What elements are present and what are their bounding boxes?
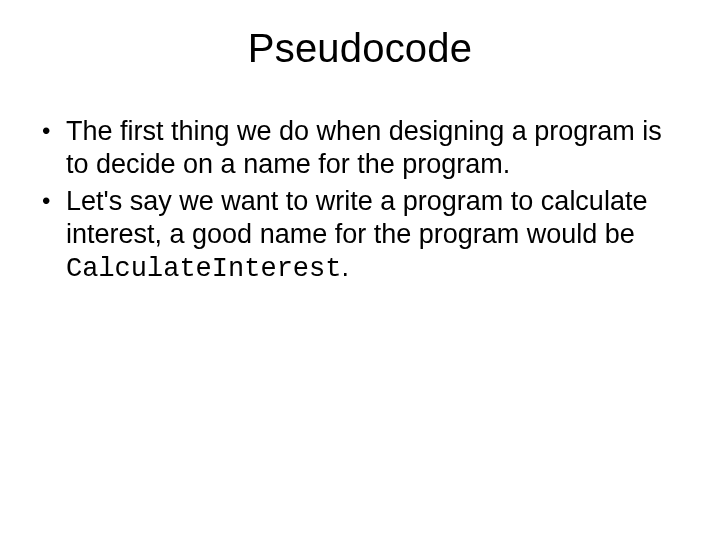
bullet-list: The first thing we do when designing a p… [38,115,682,286]
list-item: Let's say we want to write a program to … [38,185,682,286]
bullet-text-prefix: Let's say we want to write a program to … [66,186,647,249]
code-inline: CalculateInterest [66,254,341,284]
bullet-text-suffix: . [341,252,349,282]
slide: Pseudocode The first thing we do when de… [0,0,720,540]
slide-title: Pseudocode [38,26,682,71]
list-item: The first thing we do when designing a p… [38,115,682,181]
bullet-text: The first thing we do when designing a p… [66,116,662,179]
